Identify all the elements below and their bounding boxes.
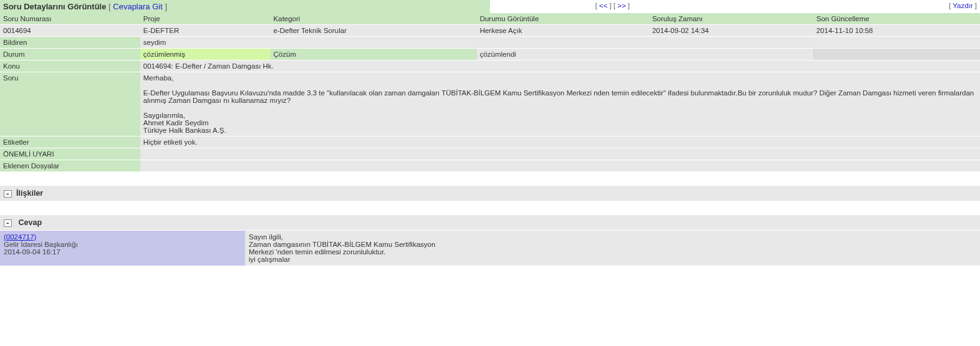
- value-proje: E-DEFTER: [140, 25, 271, 37]
- value-kategori: e-Defter Teknik Sorular: [271, 25, 477, 37]
- section-iliskiler: - İlişkiler: [0, 186, 980, 201]
- section-cevap: - Cevap: [0, 215, 980, 231]
- col-header-soru-no: Soru Numarası: [0, 13, 140, 25]
- nav-next-link[interactable]: >>: [617, 2, 625, 9]
- col-header-proje: Proje: [140, 13, 271, 25]
- nav-pager: [ << ] [ >> ]: [490, 0, 735, 13]
- answer-table: (0024717) Gelir İdaresi Başkanlığı 2014-…: [0, 231, 980, 266]
- label-bildiren: Bildiren: [0, 37, 140, 49]
- value-bildiren: seydim: [140, 37, 980, 49]
- answer-author: Gelir İdaresi Başkanlığı: [4, 241, 78, 248]
- page-title: Soru Detaylarını Görüntüle [ Cevaplara G…: [0, 0, 490, 13]
- answer-meta: (0024717) Gelir İdaresi Başkanlığı 2014-…: [0, 231, 245, 266]
- value-son-guncelleme: 2014-11-10 10:58: [813, 25, 980, 37]
- value-durum-goruntule: Herkese Açık: [477, 25, 649, 37]
- nav-prev-link[interactable]: <<: [599, 2, 607, 9]
- jump-to-answers-link[interactable]: Cevaplara Git: [113, 2, 162, 11]
- label-konu: Konu: [0, 60, 140, 72]
- collapse-icon[interactable]: -: [4, 190, 12, 198]
- label-etiketler: Etiketler: [0, 137, 140, 148]
- label-durum: Durum: [0, 49, 140, 60]
- value-eklenen-dosyalar: [140, 160, 980, 172]
- value-onemli-uyari: [140, 148, 980, 160]
- print-area: [ Yazdır ]: [735, 0, 980, 13]
- answer-body: Sayın ilgili, Zaman damgasının TÜBİTAK-B…: [245, 231, 980, 266]
- col-header-sorulus: Soruluş Zamanı: [649, 13, 813, 25]
- col-header-son-guncelleme: Son Güncelleme: [813, 13, 980, 25]
- answer-date: 2014-09-04 16:17: [4, 248, 60, 256]
- value-cozum: çözümlendi: [477, 49, 649, 60]
- label-onemli-uyari: ÖNEMLİ UYARI: [0, 148, 140, 160]
- value-soru-no: 0014694: [0, 25, 140, 37]
- answer-id-link[interactable]: (0024717): [4, 233, 36, 241]
- value-durum: çözümlenmiş: [140, 49, 271, 60]
- label-soru: Soru: [0, 72, 140, 137]
- col-header-durum-goruntule: Durumu Görüntüle: [477, 13, 649, 25]
- detail-table: Soru Numarası Proje Kategori Durumu Görü…: [0, 13, 980, 172]
- collapse-icon[interactable]: -: [4, 219, 12, 227]
- label-eklenen-dosyalar: Eklenen Dosyalar: [0, 160, 140, 172]
- value-soru: Merhaba, E-Defter Uygulaması Başvuru Kıl…: [140, 72, 980, 137]
- value-sorulus: 2014-09-02 14:34: [649, 25, 813, 37]
- value-konu: 0014694: E-Defter / Zaman Damgası Hk.: [140, 60, 980, 72]
- value-etiketler: Hiçbir etiketi yok.: [140, 137, 980, 148]
- print-link[interactable]: Yazdır: [953, 2, 973, 9]
- label-cozum: Çözüm: [271, 49, 477, 60]
- col-header-kategori: Kategori: [271, 13, 477, 25]
